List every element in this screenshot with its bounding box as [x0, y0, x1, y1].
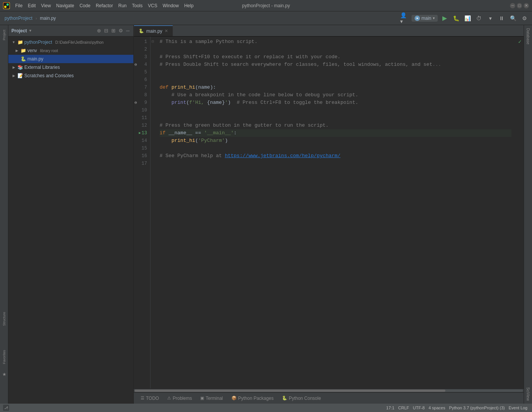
cursor-position[interactable]: 17:1	[385, 406, 396, 410]
run-config-icon	[415, 16, 420, 21]
line-17: 17	[134, 160, 147, 167]
code-line-4: # Press Double Shift to search everywher…	[160, 61, 511, 68]
tree-item-main-py[interactable]: 🐍 main.py	[8, 55, 133, 63]
external-libs-label: External Libraries	[24, 65, 60, 70]
python-tab-icon: 🐍	[139, 29, 144, 33]
file-breadcrumb[interactable]: main.py	[38, 15, 57, 22]
structure-tab[interactable]: Structure	[0, 310, 8, 328]
code-line-12: # Press the green button in the gutter t…	[160, 122, 511, 129]
scroll-thumb[interactable]	[135, 390, 445, 392]
line-15: 15	[134, 145, 147, 152]
close-panel-icon[interactable]: ─	[125, 27, 130, 34]
menu-vcs[interactable]: VCS	[146, 2, 160, 9]
line-9: 9	[134, 99, 147, 107]
project-breadcrumb[interactable]: pythonProject	[3, 15, 34, 22]
menu-run[interactable]: Run	[116, 2, 129, 9]
menu-file[interactable]: File	[13, 2, 25, 9]
close-button[interactable]: ✕	[524, 3, 529, 8]
collapse-all-icon[interactable]: ⊟	[103, 27, 109, 34]
python-console-tab[interactable]: 🐍 Python Console	[278, 393, 325, 403]
console-icon: 🐍	[282, 396, 287, 401]
packages-label: Python Packages	[238, 396, 274, 401]
no-arrow	[14, 57, 19, 61]
code-line-8: # Use a breakpoint in the code line belo…	[160, 91, 511, 99]
coverage-button[interactable]: 📊	[463, 14, 472, 23]
line-10: 10	[134, 107, 147, 114]
expand-all-icon[interactable]: ⊞	[111, 27, 116, 34]
line-ending[interactable]: CRLF	[397, 406, 411, 410]
fold-gutter: ⊟	[150, 37, 155, 388]
arrow-icon: ▶	[11, 65, 16, 70]
window-title: pythonProject - main.py	[242, 3, 290, 8]
terminal-tab[interactable]: ▣ Terminal	[196, 393, 226, 403]
project-root-path: D:\DateFile\JetBrains\python	[55, 40, 103, 45]
menu-code[interactable]: Code	[77, 2, 93, 9]
more-run-button[interactable]: ▾	[486, 14, 495, 23]
code-line-11	[160, 114, 511, 122]
problems-icon: ⚠	[167, 396, 171, 401]
todo-tab[interactable]: ☰ TODO	[137, 393, 163, 403]
line-14: 14	[134, 137, 147, 145]
event-log[interactable]: Event Log	[507, 406, 529, 410]
arrow-icon: ▼	[11, 40, 16, 45]
tree-item-project-root[interactable]: ▼ 📁 pythonProject D:\DateFile\JetBrains\…	[8, 38, 133, 46]
code-editor[interactable]: 1 2 3 4 5 6 7 8 9 10 11 12 ▶13 14 15 16 …	[134, 37, 524, 388]
debug-button[interactable]: 🐛	[451, 14, 461, 23]
tree-item-venv[interactable]: ▶ 📁 venv library root	[8, 46, 133, 55]
minimize-button[interactable]: ─	[510, 3, 515, 8]
run-config-selector[interactable]: main ▾	[412, 15, 438, 22]
line-16: 16	[134, 152, 147, 160]
svg-rect-0	[3, 3, 10, 9]
code-area[interactable]: # This is a sample Python script. # Pres…	[155, 37, 516, 388]
search-everywhere-button[interactable]: 🔍	[508, 14, 518, 23]
scroll-track[interactable]	[135, 390, 523, 392]
settings-gear-icon[interactable]: ⚙	[118, 27, 124, 34]
run-config-dropdown-icon: ▾	[433, 16, 435, 20]
database-tab[interactable]: Database	[525, 25, 531, 48]
console-label: Python Console	[289, 396, 321, 401]
menu-navigate[interactable]: Navigate	[54, 2, 76, 9]
bottom-toolbar: ☰ TODO ⚠ Problems ▣ Terminal 📦 Python Pa…	[134, 392, 524, 404]
menu-edit[interactable]: Edit	[25, 2, 38, 9]
project-tab[interactable]: Project	[2, 28, 6, 42]
line-4: 4	[134, 61, 147, 68]
menu-window[interactable]: Window	[160, 2, 181, 9]
fold-7[interactable]: ⊟	[152, 38, 154, 46]
menu-refactor[interactable]: Refactor	[93, 2, 115, 9]
svg-point-2	[6, 3, 9, 6]
vcs-icon: ⎇	[4, 406, 8, 410]
locate-file-icon[interactable]: ⊕	[96, 27, 102, 34]
settings-button[interactable]: ⚙	[520, 14, 529, 23]
indent-setting[interactable]: 4 spaces	[427, 406, 447, 410]
sciview-tab[interactable]: SciView	[525, 384, 531, 404]
maximize-button[interactable]: □	[517, 3, 522, 8]
menu-view[interactable]: View	[39, 2, 53, 9]
project-dropdown-icon: ▾	[29, 28, 32, 33]
venv-suffix: library root	[40, 49, 58, 53]
tree-item-scratches[interactable]: ▶ 📝 Scratches and Consoles	[8, 72, 133, 80]
svg-point-1	[4, 6, 6, 8]
structure-tab-label: Structure	[1, 310, 7, 328]
packages-icon: 📦	[231, 396, 237, 401]
account-button[interactable]: 👤 ▾	[400, 14, 409, 23]
vcs-status-icon[interactable]: ⎇	[3, 405, 9, 411]
scratches-icon: 📝	[17, 73, 23, 78]
code-line-13: if __name__ == '__main__':	[160, 129, 511, 137]
favorites-tab[interactable]: Favorites ★	[0, 348, 8, 366]
tree-item-external-libs[interactable]: ▶ 📚 External Libraries	[8, 63, 133, 72]
encoding[interactable]: UTF-8	[412, 406, 426, 410]
arrow-icon: ▶	[14, 48, 19, 53]
profile-button[interactable]: ⏱	[474, 14, 483, 23]
menu-tools[interactable]: Tools	[130, 2, 145, 9]
python-packages-tab[interactable]: 📦 Python Packages	[228, 393, 277, 403]
problems-tab[interactable]: ⚠ Problems	[163, 393, 196, 403]
editor-tab-main-py[interactable]: 🐍 main.py ✕	[134, 25, 173, 36]
editor-scrollbar[interactable]	[134, 388, 524, 392]
tab-close-button[interactable]: ✕	[165, 29, 168, 33]
main-py-label: main.py	[27, 56, 43, 62]
run-button[interactable]: ▶	[440, 14, 449, 23]
stop-button[interactable]: ⏸	[497, 14, 506, 23]
python-interpreter[interactable]: Python 3.7 (pythonProject) (3)	[448, 406, 507, 410]
menu-help[interactable]: Help	[182, 2, 196, 9]
left-sidebar-tabs: Project Structure Favorites ★	[0, 25, 8, 404]
